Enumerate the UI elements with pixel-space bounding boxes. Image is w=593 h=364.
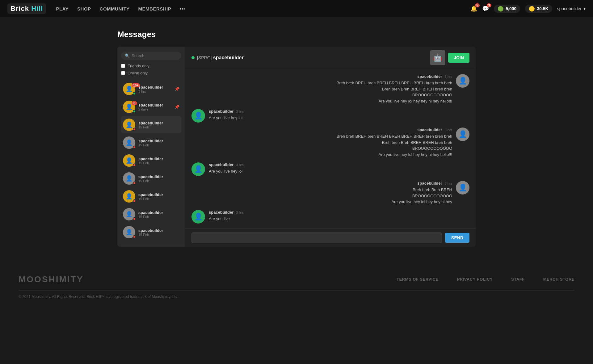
join-button[interactable]: JOIN <box>448 53 469 63</box>
chat-header-right: 🤖 JOIN <box>430 50 469 65</box>
conversation-item[interactable]: 👤 8 spacebuilder 2 days 📌 <box>121 98 181 115</box>
footer-copyright: © 2021 Mooshimity. All Rights Reserved. … <box>19 291 574 303</box>
conv-name: spacebuilder <box>138 228 179 233</box>
msg-header: spacebuilder 3 hrs <box>209 109 244 114</box>
conv-avatar: 👤 <box>123 136 135 149</box>
nav-more[interactable]: ••• <box>180 6 185 11</box>
footer-content: MOOSHIMITY TERMS OF SERVICEPRIVACY POLIC… <box>19 274 574 291</box>
msg-avatar: 👤 <box>456 74 469 88</box>
search-input[interactable] <box>132 53 178 58</box>
online-dot <box>133 182 136 185</box>
footer-link-staff[interactable]: STAFF <box>511 277 524 282</box>
footer-link-merch-store[interactable]: MERCH STORE <box>543 277 574 282</box>
message-row: 👤 spacebuilder 3 hrs Breh breh BREH breh… <box>191 128 469 157</box>
online-only-filter[interactable]: Online only <box>121 71 181 75</box>
message-row: 👤 spacebuilder 3 hrs Are you live hey lo… <box>191 162 469 176</box>
coins-amount: 30.5K <box>537 6 548 11</box>
conversation-item[interactable]: 👤 spacebuilder 15 Feb <box>121 170 181 187</box>
msg-header: spacebuilder 3 hrs <box>391 181 452 186</box>
conv-time: 3 hrs <box>138 90 171 93</box>
conv-name: spacebuilder <box>138 103 171 107</box>
msg-text: Are you live hey lol <box>209 115 244 121</box>
conv-avatar: 👤 <box>123 154 135 167</box>
user-menu[interactable]: spacebuilder ▾ <box>557 6 586 11</box>
conversation-item[interactable]: 👤 spacebuilder 15 Feb <box>121 152 181 169</box>
friends-only-checkbox[interactable] <box>121 64 125 68</box>
msg-time: 3 hrs <box>236 163 243 167</box>
footer-link-privacy-policy[interactable]: PRIVACY POLICY <box>457 277 493 282</box>
msg-time: 3 hrs <box>236 211 243 214</box>
nav-community[interactable]: COMMUNITY <box>100 6 130 11</box>
online-only-label: Online only <box>128 71 148 75</box>
conv-name: spacebuilder <box>138 85 171 90</box>
avatar-emoji: 👤 <box>126 193 132 200</box>
conv-avatar: 👤 10+ <box>123 83 135 95</box>
friends-only-filter[interactable]: Friends only <box>121 64 181 68</box>
logo[interactable]: Brick Hill <box>7 3 46 14</box>
msg-username: spacebuilder <box>417 74 442 79</box>
msg-username: spacebuilder <box>417 181 442 186</box>
page-wrapper: Messages 🔍 Friends only Online only <box>111 17 482 259</box>
conv-info: spacebuilder 15 Feb <box>138 228 179 236</box>
online-dot <box>133 217 136 220</box>
notifications-button[interactable]: 🔔 5 <box>470 5 477 12</box>
conv-info: spacebuilder 15 Feb <box>138 174 179 183</box>
conv-time: 15 Feb <box>138 215 179 219</box>
msg-username: spacebuilder <box>209 210 233 215</box>
nav-play[interactable]: PLAY <box>56 6 69 11</box>
coins-icon: 🟡 <box>529 6 535 12</box>
conversation-item[interactable]: 👤 spacebuilder 15 Feb <box>121 134 181 151</box>
conv-avatar: 👤 8 <box>123 101 135 113</box>
msg-header: spacebuilder 3 hrs <box>209 210 244 215</box>
navbar: Brick Hill PLAY SHOP COMMUNITY MEMBERSHI… <box>0 0 593 17</box>
conv-info: spacebuilder 3 hrs <box>138 85 171 93</box>
msg-text: Breh breh BREH breh BREH BREH BREH BREH … <box>337 133 452 157</box>
conv-time: 15 Feb <box>138 179 179 183</box>
msg-avatar: 👤 <box>191 109 205 123</box>
conv-info: spacebuilder 15 Feb <box>138 210 179 219</box>
bucks-display: 🟢 5,000 <box>494 5 520 13</box>
messages-button[interactable]: 💬 3 <box>482 5 489 12</box>
conversation-item[interactable]: 👤 spacebuilder 15 Feb <box>121 224 181 241</box>
message-row: 👤 spacebuilder 3 hrs Breh breh Breh BREH… <box>191 181 469 205</box>
bucks-icon: 🟢 <box>498 6 504 12</box>
chat-tag: [SPRG] <box>197 55 212 60</box>
messages-layout: 🔍 Friends only Online only 👤 10+ <box>117 47 476 247</box>
msg-text: Breh breh Breh BREHBROOOOOOOOOOOAre you … <box>391 187 452 205</box>
online-dot <box>133 199 136 203</box>
conv-time: 15 Feb <box>138 233 179 236</box>
footer-link-terms-of-service[interactable]: TERMS OF SERVICE <box>397 277 439 282</box>
msg-header: spacebuilder 3 hrs <box>337 128 452 132</box>
navbar-right: 🔔 5 💬 3 🟢 5,000 🟡 30.5K spacebuilder ▾ <box>470 5 586 13</box>
online-dot <box>133 164 136 167</box>
nav-membership[interactable]: MEMBERSHIP <box>138 6 171 11</box>
conv-time: 15 Feb <box>138 125 179 129</box>
conversation-item[interactable]: 👤 spacebuilder 15 Feb <box>121 188 181 205</box>
footer-links: TERMS OF SERVICEPRIVACY POLICYSTAFFMERCH… <box>397 277 574 282</box>
msg-content: spacebuilder 3 hrs Breh breh BREH breh B… <box>337 74 452 104</box>
conversation-item[interactable]: 👤 spacebuilder 15 Feb <box>121 206 181 223</box>
conv-avatar: 👤 <box>123 208 135 220</box>
chat-header: [SPRG] spacebuilder 🤖 JOIN <box>185 47 476 69</box>
logo-brick: Brick <box>11 5 29 12</box>
message-row: 👤 spacebuilder 3 hrs Breh breh BREH breh… <box>191 74 469 104</box>
msg-avatar: 👤 <box>191 210 205 224</box>
page-title: Messages <box>117 30 476 39</box>
online-only-checkbox[interactable] <box>121 71 125 75</box>
conversation-item[interactable]: 👤 10+ spacebuilder 3 hrs 📌 <box>121 80 181 98</box>
sidebar: 🔍 Friends only Online only 👤 10+ <box>117 47 185 247</box>
friends-only-label: Friends only <box>128 64 149 68</box>
pin-icon: 📌 <box>175 105 179 109</box>
msg-text: Are you live hey lol <box>209 168 244 174</box>
conv-avatar: 👤 <box>123 190 135 203</box>
search-icon: 🔍 <box>125 53 130 58</box>
nav-shop[interactable]: SHOP <box>77 6 91 11</box>
robot-avatar-icon: 👤 <box>459 77 467 85</box>
msg-content: spacebuilder 3 hrs Are you live <box>209 210 244 224</box>
message-input[interactable] <box>191 232 442 243</box>
notif2-badge: 3 <box>487 3 492 7</box>
chat-messages: 👤 spacebuilder 3 hrs Breh breh BREH breh… <box>185 69 476 228</box>
send-button[interactable]: SEND <box>445 233 469 243</box>
conversation-item[interactable]: 👤 spacebuilder 15 Feb <box>121 116 181 133</box>
msg-time: 3 hrs <box>236 110 243 113</box>
